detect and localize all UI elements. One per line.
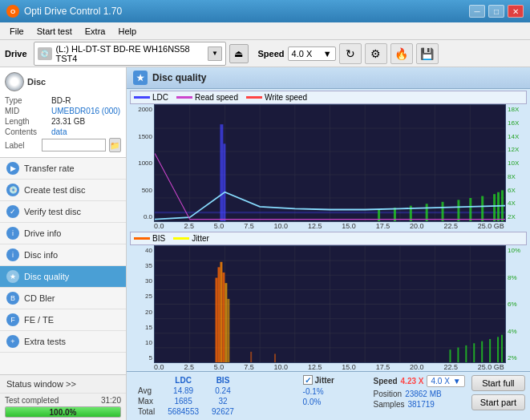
col-ldc: LDC <box>161 375 205 386</box>
refresh-button[interactable]: ↻ <box>339 43 362 64</box>
jitter-avg: -0.1% <box>303 387 367 396</box>
save-button[interactable]: 💾 <box>416 43 439 64</box>
mid-val: UMEBDR016 (000) <box>51 107 120 115</box>
disc-quality-icon: ★ <box>6 270 19 283</box>
mid-key: MID <box>5 107 51 115</box>
type-val: BD-R <box>51 96 71 105</box>
sidebar-item-create-test-disc[interactable]: 💿 Create test disc <box>0 180 126 201</box>
svg-rect-13 <box>220 124 223 221</box>
sidebar-item-verify-test-disc[interactable]: ✓ Verify test disc <box>0 201 126 223</box>
legend-write-speed: Write speed <box>246 93 307 102</box>
legend-bis: BIS <box>134 234 165 243</box>
samples-val: 381719 <box>407 400 434 409</box>
drive-text: (L:) HL-DT-ST BD-RE WH16NS58 TST4 <box>55 44 204 63</box>
svg-rect-21 <box>457 200 459 221</box>
stats-table: LDC BIS Avg 14.89 0.24 Max <box>131 375 297 417</box>
window-controls: ─ □ ✕ <box>469 5 524 18</box>
speed-display-dropdown[interactable]: 4.0 X ▼ <box>427 375 464 387</box>
drive-icon: 💿 <box>38 47 53 60</box>
menu-bar: File Start test Extra Help <box>0 22 530 40</box>
sidebar-status: Status window >> Test completed 31:20 10… <box>0 374 126 420</box>
length-key: Length <box>5 117 51 126</box>
disc-icon <box>5 72 24 91</box>
sidebar-item-drive-info[interactable]: i Drive info <box>0 223 126 244</box>
sidebar-item-cd-bler[interactable]: B CD Bler <box>0 288 126 309</box>
svg-rect-24 <box>493 194 496 221</box>
extra-tests-icon: + <box>6 335 19 348</box>
chart2-area <box>154 245 506 363</box>
sidebar-item-disc-quality[interactable]: ★ Disc quality <box>0 266 126 288</box>
svg-rect-45 <box>220 262 222 362</box>
speed-section: Speed 4.23 X 4.0 X ▼ Position 23862 MB S… <box>374 375 465 409</box>
eject-button[interactable]: ⏏ <box>229 44 249 63</box>
speed-label: Speed <box>258 49 285 59</box>
svg-rect-19 <box>426 204 428 221</box>
disc-section-label: Disc <box>27 77 46 87</box>
menu-start-test[interactable]: Start test <box>30 25 79 38</box>
progress-bar: 100.0% <box>5 406 121 418</box>
minimize-button[interactable]: ─ <box>469 5 485 18</box>
label-key: Label <box>5 141 38 150</box>
menu-file[interactable]: File <box>3 25 30 38</box>
cd-bler-icon: B <box>6 292 19 305</box>
legend-jitter: Jitter <box>173 234 209 243</box>
transfer-rate-icon: ▶ <box>6 162 19 175</box>
progress-row: Test completed 31:20 100.0% <box>0 394 126 420</box>
label-browse-button[interactable]: 📁 <box>109 138 121 152</box>
position-val: 23862 MB <box>405 390 442 398</box>
svg-rect-48 <box>227 299 229 362</box>
verify-test-disc-icon: ✓ <box>6 205 19 218</box>
speed-selector[interactable]: 4.0 X ▼ <box>288 46 336 61</box>
svg-rect-56 <box>489 339 491 362</box>
sidebar-item-fe-te[interactable]: F FE / TE <box>0 309 126 331</box>
sidebar-item-disc-info[interactable]: i Disc info <box>0 244 126 266</box>
menu-help[interactable]: Help <box>111 25 143 38</box>
svg-rect-52 <box>457 348 459 362</box>
maximize-button[interactable]: □ <box>488 5 504 18</box>
progress-text: 100.0% <box>6 407 120 417</box>
burn-button[interactable]: 🔥 <box>390 43 413 64</box>
close-button[interactable]: ✕ <box>508 5 524 18</box>
drive-dropdown-btn[interactable]: ▼ <box>208 46 221 61</box>
status-window-button[interactable]: Status window >> <box>0 375 126 394</box>
chart2-svg <box>155 246 505 362</box>
jitter-checkbox[interactable]: ✓ <box>303 375 313 385</box>
start-part-button[interactable]: Start part <box>471 394 525 410</box>
sidebar-item-transfer-rate[interactable]: ▶ Transfer rate <box>0 158 126 180</box>
main-content: Disc Type BD-R MID UMEBDR016 (000) Lengt… <box>0 67 530 420</box>
chart2-y-axis-left: 40 35 30 25 20 15 10 5 <box>130 245 154 363</box>
status-time: 31:20 <box>101 396 121 405</box>
svg-rect-47 <box>225 283 227 362</box>
drive-label: Drive <box>5 49 27 59</box>
disc-quality-title: Disc quality <box>152 72 206 83</box>
title-bar: O Opti Drive Control 1.70 ─ □ ✕ <box>0 0 530 22</box>
create-test-disc-icon: 💿 <box>6 184 19 196</box>
settings-button[interactable]: ⚙ <box>365 43 387 64</box>
toolbar: Drive 💿 (L:) HL-DT-ST BD-RE WH16NS58 TST… <box>0 40 530 67</box>
drive-selector[interactable]: 💿 (L:) HL-DT-ST BD-RE WH16NS58 TST4 ▼ <box>34 42 226 66</box>
content-area: ★ Disc quality LDC Read speed Write spee… <box>127 67 530 420</box>
svg-rect-43 <box>215 278 217 362</box>
chart1-y-axis-right: 18X 16X 14X 12X 10X 8X 6X 4X 2X <box>506 104 527 222</box>
status-window-label: Status window >> <box>6 379 76 389</box>
svg-rect-51 <box>449 349 451 362</box>
svg-rect-50 <box>274 353 276 362</box>
menu-extra[interactable]: Extra <box>79 25 112 38</box>
svg-rect-53 <box>465 345 467 362</box>
chart1-y-axis-left: 2000 1500 1000 500 0.0 <box>130 104 154 222</box>
svg-rect-58 <box>501 335 503 362</box>
label-input[interactable] <box>42 139 106 151</box>
chart1-x-axis: 0.02.55.07.510.012.515.017.520.022.525.0… <box>130 222 527 230</box>
length-val: 23.31 GB <box>51 117 85 126</box>
samples-label: Samples <box>374 400 405 409</box>
jitter-label: Jitter <box>315 376 334 385</box>
fe-te-icon: F <box>6 313 19 326</box>
action-buttons: Start full Start part <box>471 375 525 410</box>
col-bis: BIS <box>205 375 241 386</box>
start-full-button[interactable]: Start full <box>471 375 525 391</box>
bottom-stats-panel: LDC BIS Avg 14.89 0.24 Max <box>127 371 530 420</box>
contents-key: Contents <box>5 127 51 136</box>
sidebar: Disc Type BD-R MID UMEBDR016 (000) Lengt… <box>0 67 127 420</box>
sidebar-item-extra-tests[interactable]: + Extra tests <box>0 331 126 353</box>
svg-rect-46 <box>222 273 225 362</box>
